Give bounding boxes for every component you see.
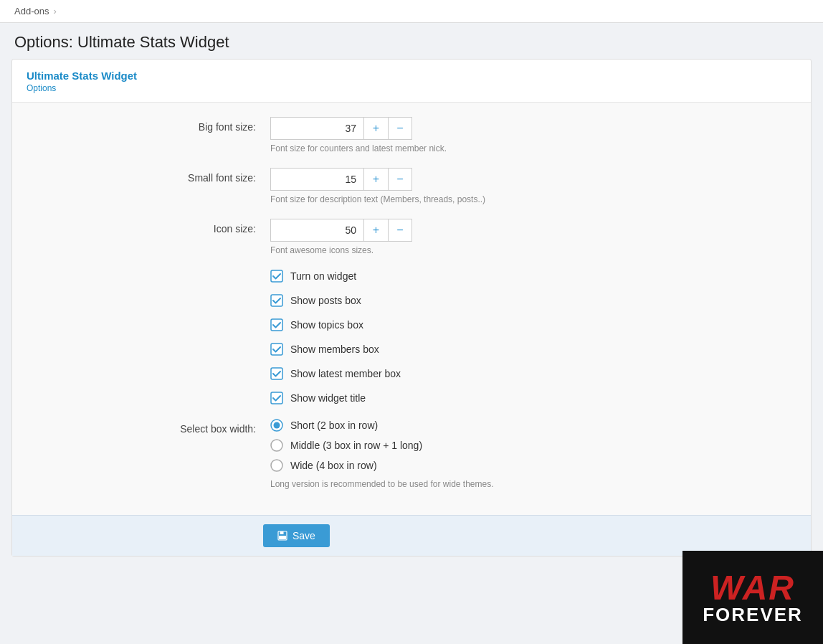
select-box-width-control: Short (2 box in row) Middle (3 box in ro…: [270, 419, 789, 489]
big-font-size-row: Big font size: 37 + − Font size for coun…: [34, 117, 789, 153]
radio-short-label: Short (2 box in row): [290, 420, 378, 431]
show-posts-box-checkbox-icon: [270, 294, 283, 307]
svg-point-7: [274, 422, 280, 429]
select-box-width-section: Select box width: Short (2 box in row) M…: [34, 419, 789, 489]
page-header: Options: Ultimate Stats Widget: [0, 23, 823, 59]
footer-bar: Save: [12, 515, 811, 556]
breadcrumb: Add-ons ›: [0, 0, 823, 23]
radio-wide-icon: [270, 459, 283, 472]
turn-on-widget-checkbox-icon: [270, 270, 283, 283]
show-latest-member-box-checkbox-icon: [270, 367, 283, 380]
show-topics-box-label: Show topics box: [290, 319, 363, 331]
icon-size-control: 50 + − Font awesome icons sizes.: [270, 219, 789, 255]
icon-size-input[interactable]: 50: [270, 219, 363, 242]
radio-wide[interactable]: Wide (4 box in row): [270, 459, 789, 472]
big-font-size-control: 37 + − Font size for counters and latest…: [270, 117, 789, 153]
show-members-box-label: Show members box: [290, 344, 379, 355]
big-font-size-hint: Font size for counters and latest member…: [270, 143, 789, 153]
save-button-label: Save: [292, 530, 315, 541]
show-posts-box-label: Show posts box: [290, 295, 361, 306]
big-font-size-decrement[interactable]: −: [388, 117, 412, 140]
save-button[interactable]: Save: [263, 524, 330, 547]
checkbox-show-latest-member-box[interactable]: Show latest member box: [270, 367, 401, 380]
checkboxes-row: Turn on widget Show posts box Show topic…: [34, 270, 789, 404]
checkbox-show-topics-box[interactable]: Show topics box: [270, 318, 401, 331]
plugin-subtitle: Options: [27, 83, 796, 93]
icon-size-label: Icon size:: [34, 219, 270, 235]
small-font-size-row: Small font size: 15 + − Font size for de…: [34, 168, 789, 204]
icon-size-hint: Font awesome icons sizes.: [270, 245, 789, 255]
radio-middle-icon: [270, 439, 283, 452]
turn-on-widget-label: Turn on widget: [290, 270, 356, 282]
small-font-size-label: Small font size:: [34, 168, 270, 184]
small-font-size-control: 15 + − Font size for description text (M…: [270, 168, 789, 204]
radio-middle-label: Middle (3 box in row + 1 long): [290, 440, 422, 451]
show-topics-box-checkbox-icon: [270, 318, 283, 331]
select-box-width-hint: Long version is recommended to be used f…: [270, 479, 789, 489]
big-font-size-label: Big font size:: [34, 117, 270, 133]
save-icon: [277, 531, 287, 541]
watermark: WAR FOREVER: [682, 551, 823, 568]
select-box-width-label: Select box width:: [34, 419, 270, 435]
show-widget-title-checkbox-icon: [270, 392, 283, 404]
breadcrumb-chevron: ›: [53, 6, 56, 16]
icon-size-decrement[interactable]: −: [388, 219, 412, 242]
show-latest-member-box-label: Show latest member box: [290, 368, 401, 379]
small-font-size-decrement[interactable]: −: [388, 168, 412, 191]
checkbox-items: Turn on widget Show posts box Show topic…: [270, 270, 401, 404]
svg-point-9: [271, 460, 282, 471]
radio-short-icon: [270, 419, 283, 432]
plugin-title: Ultimate Stats Widget: [27, 70, 796, 82]
checkbox-show-posts-box[interactable]: Show posts box: [270, 294, 401, 307]
small-font-size-increment[interactable]: +: [363, 168, 388, 191]
small-font-size-hint: Font size for description text (Members,…: [270, 194, 789, 204]
page-title: Options: Ultimate Stats Widget: [14, 33, 809, 52]
options-body: Big font size: 37 + − Font size for coun…: [12, 103, 811, 515]
radio-middle[interactable]: Middle (3 box in row + 1 long): [270, 439, 789, 452]
main-container: Ultimate Stats Widget Options Big font s…: [11, 59, 812, 557]
checkbox-turn-on-widget[interactable]: Turn on widget: [270, 270, 401, 283]
svg-point-8: [271, 440, 282, 451]
svg-rect-11: [280, 531, 284, 534]
show-members-box-checkbox-icon: [270, 343, 283, 356]
plugin-header: Ultimate Stats Widget Options: [12, 60, 811, 103]
checkbox-show-members-box[interactable]: Show members box: [270, 343, 401, 356]
show-widget-title-label: Show widget title: [290, 392, 366, 404]
big-font-size-increment[interactable]: +: [363, 117, 388, 140]
radio-wide-label: Wide (4 box in row): [290, 460, 377, 471]
icon-size-row: Icon size: 50 + − Font awesome icons siz…: [34, 219, 789, 255]
svg-rect-12: [279, 536, 286, 539]
checkbox-show-widget-title[interactable]: Show widget title: [270, 392, 401, 404]
breadcrumb-parent-link[interactable]: Add-ons: [14, 6, 49, 16]
big-font-size-input[interactable]: 37: [270, 117, 363, 140]
icon-size-increment[interactable]: +: [363, 219, 388, 242]
radio-short[interactable]: Short (2 box in row): [270, 419, 789, 432]
small-font-size-input[interactable]: 15: [270, 168, 363, 191]
